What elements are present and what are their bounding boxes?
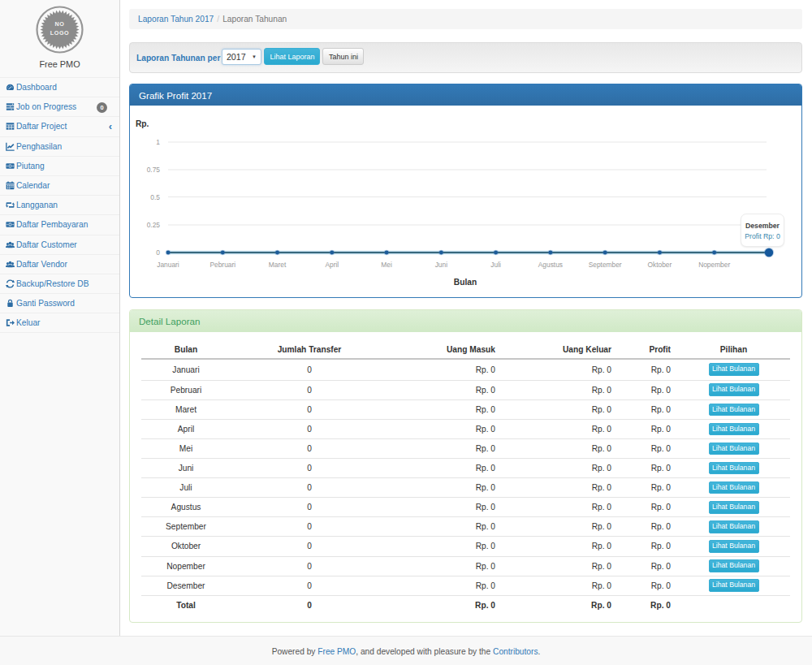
- svg-text:LOGO: LOGO: [50, 29, 70, 37]
- svg-text:NO: NO: [55, 20, 65, 28]
